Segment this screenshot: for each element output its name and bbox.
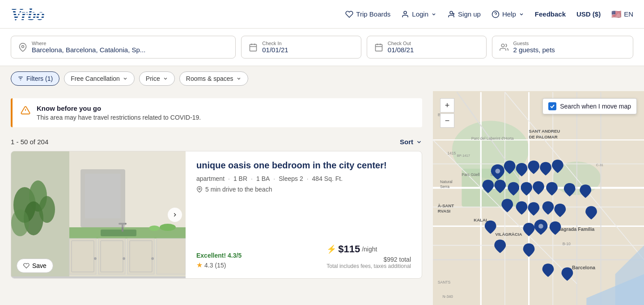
minus-icon: −	[445, 116, 450, 125]
svg-text:B-10: B-10	[563, 242, 571, 246]
language-nav[interactable]: 🇺🇸 EN	[611, 9, 633, 19]
svg-rect-35	[85, 174, 121, 218]
listing-image	[11, 151, 186, 276]
chevron-down-icon4	[163, 76, 168, 81]
price-per-night: $115	[338, 243, 360, 255]
search-when-move-label: Search when I move map	[560, 103, 631, 110]
signup-nav[interactable]: Sign up	[447, 10, 481, 18]
currency-nav[interactable]: USD ($)	[576, 10, 601, 18]
zoom-in-button[interactable]: +	[440, 98, 454, 113]
guests-value: 2 guests, pets	[513, 46, 555, 54]
listing-bathrooms: 1 BA	[256, 175, 270, 182]
heart-icon	[345, 10, 353, 18]
chevron-down-icon3	[123, 76, 128, 81]
svg-point-6	[22, 45, 24, 47]
map-container[interactable]: BV-5001 1415 Santa Colom de Gramene SANT…	[433, 91, 644, 305]
checkout-value: 01/08/21	[388, 46, 414, 54]
svg-text:SANT ANDREU: SANT ANDREU	[529, 129, 560, 134]
svg-text:SANTS: SANTS	[438, 280, 451, 284]
plus-icon: +	[445, 101, 450, 110]
map-background: BV-5001 1415 Santa Colom de Gramene SANT…	[433, 91, 644, 305]
svg-point-94	[538, 224, 543, 229]
location-icon	[18, 43, 27, 52]
listing-type: apartment	[196, 175, 225, 182]
warning-icon	[21, 105, 30, 117]
svg-point-48	[199, 188, 200, 190]
calendar-icon	[249, 43, 258, 52]
help-icon	[491, 10, 500, 18]
map-controls: + −	[440, 98, 454, 128]
svg-text:À-SANT: À-SANT	[438, 203, 454, 208]
guests-icon	[500, 43, 508, 52]
svg-text:Natural: Natural	[440, 180, 453, 184]
svg-text:Barcelona: Barcelona	[572, 265, 596, 270]
chevron-down-icon	[431, 12, 436, 17]
price-block: ⚡ $115 /night $992 total Total includes …	[326, 243, 411, 269]
free-cancellation-button[interactable]: Free Cancellation	[64, 71, 135, 86]
rating-count: (15)	[215, 262, 226, 269]
results-info: 1 - 50 of 204 Sort	[0, 133, 433, 151]
checkin-field[interactable]: Check In 01/01/21	[241, 36, 361, 58]
trip-boards-nav[interactable]: Trip Boards	[345, 10, 390, 18]
checkout-field[interactable]: Check Out 01/08/21	[367, 36, 487, 58]
svg-text:N-340: N-340	[442, 294, 453, 299]
login-nav[interactable]: Login	[401, 10, 436, 18]
filters-label: Filters (1)	[26, 75, 53, 82]
svg-text:1415: 1415	[447, 151, 456, 155]
next-image-button[interactable]	[168, 208, 182, 222]
alert-text: This area may have travel restrictions r…	[37, 114, 201, 121]
price-button[interactable]: Price	[139, 71, 175, 86]
search-bar: Where Barcelona, Barcelona, Catalonia, S…	[0, 29, 644, 66]
listing-bedrooms: 1 BR	[233, 175, 247, 182]
listing-meta: apartment · 1 BR · 1 BA · Sleeps 2 · 484…	[196, 175, 411, 182]
feedback-nav[interactable]: Feedback	[535, 10, 566, 18]
listing-images: Save	[11, 151, 186, 278]
listing-info: unique oasis one bedroom in the city cen…	[186, 151, 422, 278]
guests-field[interactable]: Guests 2 guests, pets	[492, 36, 633, 58]
checkin-label: Check In	[262, 41, 288, 46]
chevron-right-icon	[172, 212, 178, 218]
chevron-down-icon5	[236, 76, 242, 81]
svg-point-27	[11, 209, 29, 236]
svg-rect-7	[250, 44, 257, 51]
help-label: Help	[502, 10, 516, 18]
rating-number: 4.3	[204, 262, 213, 269]
price-main: ⚡ $115 /night	[326, 243, 411, 255]
language-label: EN	[624, 10, 633, 18]
svg-point-45	[94, 257, 97, 260]
sort-button[interactable]: Sort	[400, 138, 422, 146]
free-cancel-label: Free Cancellation	[71, 75, 120, 82]
listing-footer: Excellent! 4.3/5 ★ 4.3 (15) ⚡ $115 /nigh…	[196, 243, 411, 269]
save-button[interactable]: Save	[17, 259, 53, 273]
zoom-out-button[interactable]: −	[440, 113, 454, 128]
svg-point-0	[404, 11, 407, 14]
svg-text:Parc del Laberint d'Horta: Parc del Laberint d'Horta	[471, 136, 514, 141]
svg-text:C-31: C-31	[596, 163, 603, 167]
svg-point-46	[123, 257, 125, 260]
svg-text:KALAL: KALAL	[474, 217, 488, 222]
svg-rect-11	[375, 44, 382, 51]
svg-rect-40	[127, 238, 154, 274]
help-nav[interactable]: Help	[491, 10, 524, 18]
svg-point-44	[149, 226, 160, 231]
filters-button[interactable]: Filters (1)	[11, 71, 59, 86]
search-when-move-toggle[interactable]: Search when I move map	[542, 98, 637, 114]
rating-excellent: Excellent! 4.3/5	[196, 252, 242, 259]
price-total: $992 total	[326, 256, 411, 263]
listing-title[interactable]: unique oasis one bedroom in the city cen…	[196, 160, 411, 171]
heart-save-icon	[23, 263, 30, 269]
svg-point-43	[160, 224, 176, 231]
rooms-label: Rooms & spaces	[186, 75, 233, 82]
alert-title: Know before you go	[37, 104, 201, 112]
listing-sleeps: Sleeps 2	[279, 175, 303, 182]
listing-location: 5 min drive to the beach	[196, 186, 411, 193]
where-value: Barcelona, Barcelona, Catalonia, Sp...	[32, 46, 145, 54]
flag-icon: 🇺🇸	[611, 9, 621, 19]
vrbo-logo[interactable]: Vrbo	[11, 4, 45, 24]
rooms-button[interactable]: Rooms & spaces	[179, 71, 248, 86]
person-plus-icon	[447, 10, 455, 18]
calendar-icon2	[374, 43, 383, 52]
header-nav: Trip Boards Login Sign up Help Feedback …	[345, 9, 633, 19]
where-label: Where	[32, 41, 145, 46]
where-field[interactable]: Where Barcelona, Barcelona, Catalonia, S…	[11, 36, 236, 58]
